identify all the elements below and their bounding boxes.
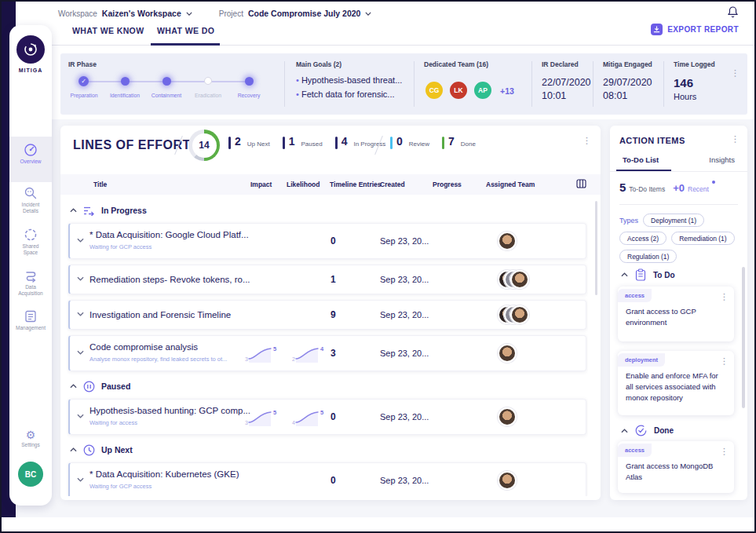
- collapse-chevron-icon[interactable]: [70, 447, 77, 452]
- loe-menu-icon[interactable]: ⋯: [583, 137, 591, 145]
- mitiga-logo[interactable]: [16, 35, 45, 64]
- expand-chevron-icon[interactable]: [77, 350, 84, 355]
- effort-row[interactable]: Investigation and Forensic Timeline9Sep …: [68, 300, 586, 330]
- column-header-likelihood[interactable]: Likelihood: [287, 181, 320, 188]
- assignee-avatar[interactable]: [498, 344, 517, 363]
- expand-chevron-icon[interactable]: [77, 477, 84, 482]
- phase-node-eradication[interactable]: [204, 77, 212, 85]
- column-header-assigned-team[interactable]: Assigned Team: [486, 181, 535, 188]
- user-avatar[interactable]: BC: [18, 462, 43, 487]
- team-more-link[interactable]: +13: [500, 86, 514, 96]
- tab-what-we-know[interactable]: WHAT WE KNOW: [72, 26, 144, 35]
- todo-card-menu-icon[interactable]: ⋯: [720, 357, 729, 366]
- sidebar-item-incident-details[interactable]: IncidentDetails: [9, 186, 52, 214]
- column-header-title[interactable]: Title: [93, 181, 107, 188]
- phase-node-preparation[interactable]: ✓: [79, 76, 89, 86]
- column-header-progress[interactable]: Progress: [433, 181, 462, 188]
- project-value[interactable]: Code Compromise July 2020: [248, 9, 361, 18]
- project-label: Project: [219, 9, 243, 18]
- tab-what-we-do[interactable]: WHAT WE DO: [157, 26, 214, 35]
- assigned-team: [498, 232, 517, 250]
- team-avatar-cg[interactable]: CG: [424, 80, 444, 100]
- count-paused: 1Paused: [283, 135, 323, 149]
- svg-text:4: 4: [292, 420, 295, 425]
- workspace-value[interactable]: Kaizen's Workspace: [102, 9, 181, 18]
- expand-chevron-icon[interactable]: [77, 312, 84, 316]
- assignee-avatar[interactable]: [498, 471, 517, 490]
- type-chip-remediation[interactable]: Remediation (1): [671, 232, 734, 245]
- export-report-button[interactable]: EXPORT REPORT: [651, 24, 739, 35]
- section-header-to-do[interactable]: To Do: [621, 268, 675, 281]
- team-avatar-ap[interactable]: AP: [473, 80, 493, 100]
- timeline-entries-value: 0: [331, 235, 336, 246]
- group-header-in-progress[interactable]: In Progress: [70, 201, 588, 220]
- group-header-paused[interactable]: Paused: [70, 377, 588, 396]
- expand-chevron-icon[interactable]: [77, 414, 84, 418]
- phase-node-identification[interactable]: [121, 77, 130, 86]
- effort-row[interactable]: Hypothesis-based hunting: GCP comp...Wai…: [68, 399, 586, 435]
- chevron-down-icon[interactable]: [186, 12, 192, 16]
- ir-declared-value: 22/07/202010:01: [542, 76, 591, 103]
- phase-node-containment[interactable]: [163, 77, 171, 86]
- todo-card-menu-icon[interactable]: ⋯: [720, 447, 729, 456]
- assignee-avatar[interactable]: [510, 305, 529, 324]
- type-chip-access[interactable]: Access (2): [619, 232, 667, 245]
- count-bar: [228, 137, 231, 149]
- tab-insights[interactable]: Insights: [709, 155, 735, 164]
- collapse-chevron-icon[interactable]: [621, 272, 628, 277]
- expand-chevron-icon[interactable]: [77, 276, 84, 281]
- timeline-entries-value: 3: [331, 348, 336, 359]
- todo-card[interactable]: deployment⋯Enable and enforce MFA for al…: [618, 351, 734, 415]
- group-header-up-next[interactable]: Up Next: [70, 440, 588, 459]
- phase-label: Containment: [143, 93, 190, 98]
- expand-chevron-icon[interactable]: [77, 238, 84, 243]
- assignee-avatar[interactable]: [498, 407, 517, 426]
- created-date: Sep 23, 20...: [380, 412, 429, 422]
- effort-row[interactable]: Code compromise analysisAnalyse monox re…: [68, 335, 586, 371]
- tab-todo-list[interactable]: To-Do List: [623, 155, 659, 164]
- notifications-bell-icon[interactable]: [727, 5, 739, 19]
- todo-tag: access: [618, 444, 652, 457]
- type-chip-regulation[interactable]: Regulation (1): [619, 250, 677, 263]
- collapse-chevron-icon[interactable]: [70, 208, 77, 213]
- sidebar-item-settings[interactable]: ⚙ Settings: [9, 429, 52, 447]
- count-up-next: 2Up Next: [228, 135, 270, 149]
- collapse-chevron-icon[interactable]: [621, 429, 628, 433]
- sidebar-item-management[interactable]: Management: [9, 309, 52, 331]
- action-items-menu-icon[interactable]: ⋯: [731, 135, 740, 144]
- effort-row[interactable]: * Data Acquisition: Kubernetes (GKE)Wait…: [68, 462, 586, 496]
- summary-menu-icon[interactable]: ⋯: [731, 69, 740, 78]
- sidebar-item-data-acquisition[interactable]: DataAcquisition: [9, 268, 52, 297]
- mitiga-engaged-label: Mitiga Engaged: [603, 60, 652, 68]
- columns-icon[interactable]: [576, 179, 586, 188]
- effort-row[interactable]: Remediation steps- Revoke tokens, ro...1…: [68, 265, 586, 294]
- action-items-scrollbar[interactable]: [742, 267, 745, 408]
- column-header-timeline-entries[interactable]: Timeline Entries: [330, 181, 382, 188]
- effort-row[interactable]: * Data Acquisition: Google Cloud Platf..…: [68, 223, 586, 259]
- assignee-avatar[interactable]: [498, 232, 517, 250]
- chevron-down-icon[interactable]: [365, 12, 371, 16]
- sidebar-item-overview[interactable]: Overview: [9, 143, 52, 165]
- column-header-impact[interactable]: Impact: [250, 181, 272, 188]
- recent-dot: [712, 181, 715, 184]
- loe-scrollbar[interactable]: [595, 201, 597, 295]
- todo-card-menu-icon[interactable]: ⋯: [720, 293, 729, 301]
- phase-label: Identification: [101, 93, 148, 98]
- summary-divider: [414, 61, 415, 107]
- sidebar-item-shared-space[interactable]: SharedSpace: [9, 228, 52, 256]
- section-name: Done: [654, 426, 674, 435]
- management-icon: [9, 309, 52, 323]
- collapse-chevron-icon[interactable]: [70, 384, 77, 389]
- type-chip-deployment[interactable]: Deployment (1): [643, 214, 704, 227]
- column-header-created[interactable]: Created: [380, 181, 405, 188]
- section-name: To Do: [653, 271, 675, 279]
- section-header-done[interactable]: Done: [621, 425, 674, 436]
- in-progress-icon: [83, 206, 95, 216]
- phase-node-recovery[interactable]: [245, 77, 254, 86]
- todo-card[interactable]: access⋯Grant access to MongoDB Atlas: [618, 441, 734, 493]
- team-avatar-lk[interactable]: LK: [448, 80, 469, 100]
- assignee-avatar[interactable]: [510, 270, 529, 289]
- todo-card[interactable]: access⋯Grant access to GCP environment: [618, 287, 734, 341]
- assigned-team: [498, 471, 517, 490]
- svg-text:5: 5: [273, 345, 276, 352]
